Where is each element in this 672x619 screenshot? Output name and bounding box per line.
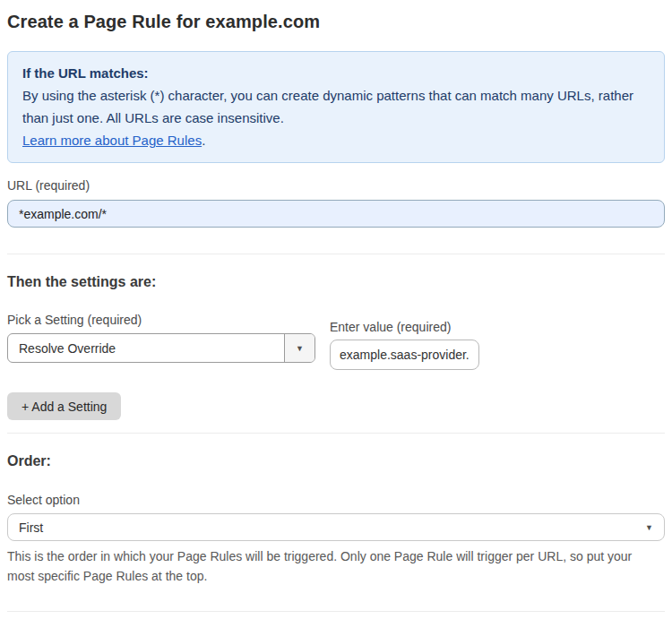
section-divider — [7, 433, 665, 434]
info-box-body: By using the asterisk (*) character, you… — [22, 84, 650, 129]
link-suffix-period: . — [202, 133, 205, 148]
add-setting-button[interactable]: + Add a Setting — [7, 392, 121, 420]
create-page-rule-form: Create a Page Rule for example.com If th… — [0, 0, 672, 619]
info-box-link-line: Learn more about Page Rules. — [22, 129, 650, 151]
chevron-down-icon[interactable]: ▼ — [284, 334, 314, 362]
order-select-label: Select option — [7, 493, 665, 507]
settings-row: Pick a Setting (required) Resolve Overri… — [7, 313, 665, 370]
setting-select-value: Resolve Override — [8, 341, 284, 356]
section-divider — [7, 254, 665, 254]
order-select-value: First — [8, 520, 634, 535]
url-field-label: URL (required) — [7, 178, 665, 193]
setting-select[interactable]: Resolve Override ▼ — [7, 333, 315, 363]
order-select[interactable]: First ▼ — [7, 513, 665, 541]
settings-heading: Then the settings are: — [7, 274, 665, 290]
order-help-text: This is the order in which your Page Rul… — [7, 546, 652, 586]
order-heading: Order: — [7, 453, 665, 469]
chevron-down-icon: ▼ — [634, 523, 664, 532]
setting-select-label: Pick a Setting (required) — [7, 313, 315, 327]
url-match-info-box: If the URL matches: By using the asteris… — [7, 51, 665, 163]
footer-divider — [7, 611, 665, 612]
setting-select-column: Pick a Setting (required) Resolve Overri… — [7, 313, 315, 363]
setting-value-column: Enter value (required) — [330, 313, 479, 370]
page-title: Create a Page Rule for example.com — [7, 12, 665, 32]
value-field-label: Enter value (required) — [330, 320, 479, 334]
info-box-heading: If the URL matches: — [22, 62, 650, 84]
learn-more-link[interactable]: Learn more about Page Rules — [22, 133, 202, 148]
setting-value-input[interactable] — [330, 340, 479, 370]
url-input[interactable] — [7, 200, 665, 228]
